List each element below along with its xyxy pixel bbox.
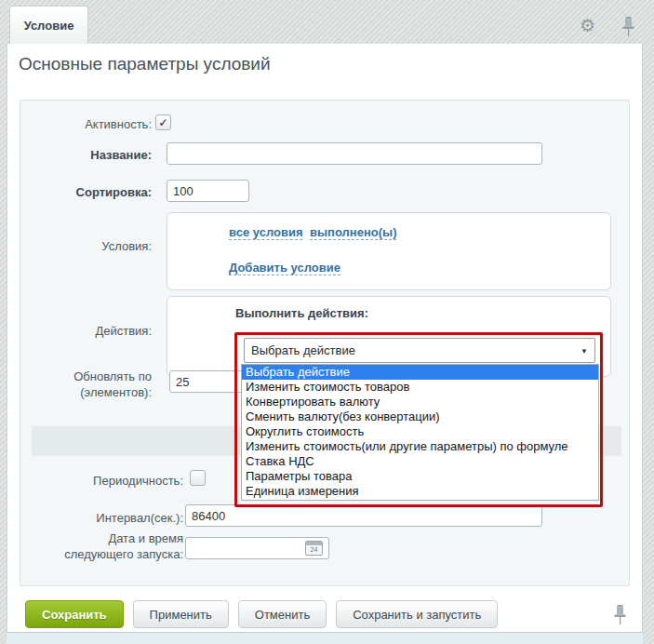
action-select-value: Выбрать действие [251,343,355,357]
tab-condition[interactable]: Условие [9,6,88,44]
calendar-icon[interactable]: 24 [305,541,323,556]
dropdown-option[interactable]: Выбрать действие [242,365,598,380]
save-and-run-button[interactable]: Сохранить и запустить [336,600,498,628]
actions-label: Действия: [23,323,152,339]
checkmark-icon: ✓ [158,116,167,129]
conditions-box [167,212,611,290]
activity-checkbox[interactable]: ✓ [155,114,171,130]
calendar-icon-day: 24 [306,545,322,555]
periodicity-checkbox[interactable] [190,470,206,486]
interval-label: Интервал(сек.): [23,510,183,526]
all-conditions-link[interactable]: все условия [229,225,302,240]
page-title: Основные параметры условий [19,54,271,74]
action-select[interactable]: Выбрать действие ▼ [244,338,595,363]
tab-condition-label: Условие [24,19,74,33]
activity-label: Активность: [23,116,152,132]
apply-button[interactable]: Применить [133,600,229,628]
sort-input[interactable] [167,180,249,202]
dropdown-option[interactable]: Конвертировать валюту [242,395,598,409]
chevron-down-icon: ▼ [581,347,588,356]
update-by-label: Обновлять по (элементов): [42,369,152,400]
fulfilled-link[interactable]: выполнено(ы) [310,225,396,240]
sort-label: Сортировка: [23,184,152,200]
dropdown-option[interactable]: Ставка НДС [242,454,598,469]
dropdown-option[interactable]: Параметры товара [242,469,598,484]
dropdown-option[interactable]: Изменить стоимость(или другие параметры)… [242,439,598,454]
conditions-label: Условия: [23,238,152,254]
footer-button-bar: Сохранить Применить Отменить Сохранить и… [25,600,498,628]
pin-icon[interactable] [614,605,626,625]
gear-icon[interactable]: ⚙ [580,17,595,34]
next-run-label: Дата и время следующего запуска: [56,530,183,562]
name-input[interactable] [167,142,542,165]
pin-icon[interactable] [622,17,634,37]
save-button[interactable]: Сохранить [25,600,124,628]
dropdown-option[interactable]: Округлить стоимость [242,424,598,439]
bottom-strip [7,633,643,644]
dropdown-option[interactable]: Единица измерения [242,484,598,499]
cancel-button[interactable]: Отменить [238,600,327,628]
name-label: Название: [23,147,152,163]
dropdown-option[interactable]: Изменить стоимость товаров [242,380,598,395]
add-condition-link[interactable]: Добавить условие [229,261,340,275]
action-dropdown-list: Выбрать действие Изменить стоимость това… [241,364,599,501]
update-by-input[interactable] [169,370,251,393]
actions-heading: Выполнить действия: [235,306,368,320]
dropdown-option[interactable]: Сменить валюту(без конвертации) [242,409,598,424]
periodicity-label: Периодичность: [23,473,183,489]
interval-input[interactable] [185,504,542,527]
